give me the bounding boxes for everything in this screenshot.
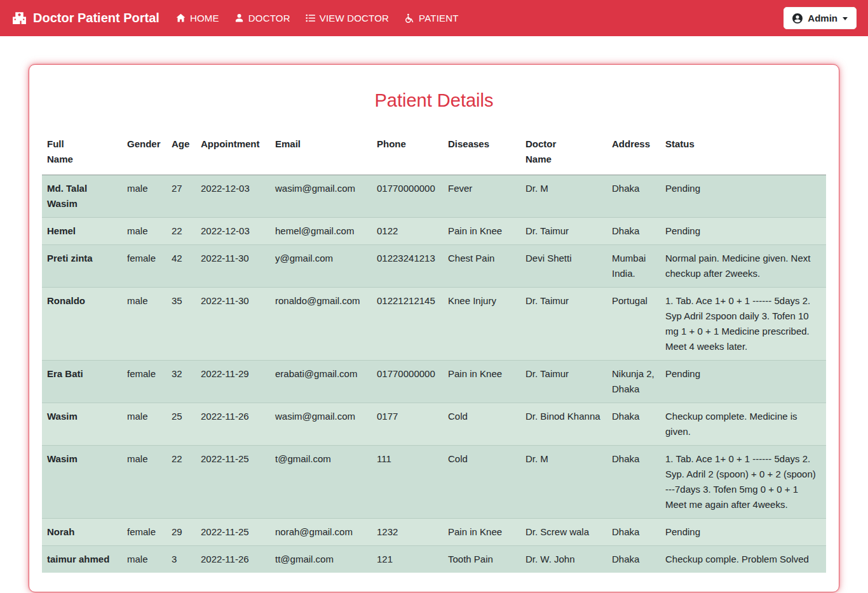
nav-item-label: PATIENT: [419, 13, 459, 23]
cell-age: 35: [166, 288, 196, 361]
header-full_name: Full Name: [42, 130, 122, 175]
table-row: Hemelmale222022-12-03hemel@gmail.com0122…: [42, 218, 826, 245]
cell-diseases: Pain in Knee: [443, 218, 520, 245]
cell-age: 22: [166, 218, 196, 245]
cell-address: Dhaka: [607, 175, 660, 218]
cell-status: 1. Tab. Ace 1+ 0 + 1 ------ 5days 2. Syp…: [660, 446, 826, 519]
cell-address: Nikunja 2, Dhaka: [607, 361, 660, 403]
header-doctor_name: Doctor Name: [520, 130, 607, 175]
cell-email: wasim@gmail.com: [270, 175, 372, 218]
header-appointment: Appointment: [196, 130, 270, 175]
nav-item-doctor[interactable]: DOCTOR: [234, 13, 290, 23]
cell-diseases: Knee Injury: [443, 288, 520, 361]
cell-status: Pending: [660, 175, 826, 218]
cell-age: 27: [166, 175, 196, 218]
cell-gender: male: [122, 218, 166, 245]
cell-diseases: Cold: [443, 446, 520, 519]
cell-age: 22: [166, 446, 196, 519]
cell-address: Dhaka: [607, 519, 660, 546]
table-row: Wasimmale222022-11-25t@gmail.com111ColdD…: [42, 446, 826, 519]
nav-item-label: DOCTOR: [248, 13, 290, 23]
cell-full_name: Norah: [42, 519, 122, 546]
home-icon: [176, 13, 186, 23]
patient-table-head: Full NameGenderAgeAppointmentEmailPhoneD…: [42, 130, 826, 175]
header-address: Address: [607, 130, 660, 175]
cell-appointment: 2022-11-30: [196, 245, 270, 288]
cell-appointment: 2022-11-30: [196, 288, 270, 361]
cell-full_name: Md. Talal Wasim: [42, 175, 122, 218]
cell-doctor_name: Dr. Binod Khanna: [520, 403, 607, 446]
cell-status: Pending: [660, 361, 826, 403]
person-icon: [234, 13, 244, 23]
caret-down-icon: [843, 17, 848, 20]
cell-appointment: 2022-11-26: [196, 403, 270, 446]
cell-email: hemel@gmail.com: [270, 218, 372, 245]
cell-phone: 01770000000: [372, 361, 443, 403]
cell-phone: 0122: [372, 218, 443, 245]
cell-gender: female: [122, 245, 166, 288]
cell-email: wasim@gmail.com: [270, 403, 372, 446]
cell-gender: male: [122, 403, 166, 446]
header-gender: Gender: [122, 130, 166, 175]
table-row: Era Batifemale322022-11-29erabati@gmail.…: [42, 361, 826, 403]
patient-details-card: Patient Details Full NameGenderAgeAppoin…: [29, 64, 839, 592]
cell-age: 32: [166, 361, 196, 403]
cell-age: 25: [166, 403, 196, 446]
cell-gender: male: [122, 446, 166, 519]
cell-address: Dhaka: [607, 218, 660, 245]
table-row: Wasimmale252022-11-26wasim@gmail.com0177…: [42, 403, 826, 446]
nav-item-patient[interactable]: PATIENT: [404, 13, 459, 23]
cell-doctor_name: Dr. Screw wala: [520, 519, 607, 546]
cell-age: 42: [166, 245, 196, 288]
cell-doctor_name: Dr. Taimur: [520, 361, 607, 403]
cell-full_name: Wasim: [42, 446, 122, 519]
cell-doctor_name: Dr. W. John: [520, 546, 607, 573]
cell-diseases: Chest Pain: [443, 245, 520, 288]
cell-email: tt@gmail.com: [270, 546, 372, 573]
cell-diseases: Pain in Knee: [443, 361, 520, 403]
cell-diseases: Cold: [443, 403, 520, 446]
cell-age: 3: [166, 546, 196, 573]
cell-appointment: 2022-11-25: [196, 446, 270, 519]
header-email: Email: [270, 130, 372, 175]
person-circle-icon: [792, 13, 803, 23]
table-row: taimur ahmedmale32022-11-26tt@gmail.com1…: [42, 546, 826, 573]
header-diseases: Diseases: [443, 130, 520, 175]
cell-doctor_name: Dr. M: [520, 175, 607, 218]
cell-email: y@gmail.com: [270, 245, 372, 288]
header-phone: Phone: [372, 130, 443, 175]
nav-item-label: VIEW DOCTOR: [320, 13, 389, 23]
cell-gender: female: [122, 519, 166, 546]
table-row: Norahfemale292022-11-25norah@gmail.com12…: [42, 519, 826, 546]
cell-appointment: 2022-12-03: [196, 218, 270, 245]
nav-item-label: HOME: [190, 13, 219, 23]
nav-links: HOME DOCTOR VIEW DOCTOR: [176, 13, 783, 23]
cell-email: ronaldo@gmail.com: [270, 288, 372, 361]
cell-email: norah@gmail.com: [270, 519, 372, 546]
cell-phone: 01221212145: [372, 288, 443, 361]
nav-item-home[interactable]: HOME: [176, 13, 219, 23]
cell-gender: male: [122, 175, 166, 218]
cell-address: Mumbai India.: [607, 245, 660, 288]
list-icon: [306, 13, 315, 23]
cell-diseases: Pain in Knee: [443, 519, 520, 546]
cell-gender: male: [122, 546, 166, 573]
cell-phone: 1232: [372, 519, 443, 546]
page-title: Patient Details: [42, 90, 826, 111]
cell-address: Dhaka: [607, 546, 660, 573]
nav-item-view-doctor[interactable]: VIEW DOCTOR: [306, 13, 389, 23]
cell-status: Checkup complete. Medicine is given.: [660, 403, 826, 446]
cell-doctor_name: Dr. M: [520, 446, 607, 519]
cell-status: Pending: [660, 519, 826, 546]
cell-status: 1. Tab. Ace 1+ 0 + 1 ------ 5days 2. Syp…: [660, 288, 826, 361]
cell-email: t@gmail.com: [270, 446, 372, 519]
brand[interactable]: Doctor Patient Portal: [11, 10, 159, 26]
admin-dropdown-button[interactable]: Admin: [783, 7, 857, 29]
cell-appointment: 2022-12-03: [196, 175, 270, 218]
cell-phone: 01770000000: [372, 175, 443, 218]
cell-full_name: Preti zinta: [42, 245, 122, 288]
patient-table-header-row: Full NameGenderAgeAppointmentEmailPhoneD…: [42, 130, 826, 175]
cell-gender: female: [122, 361, 166, 403]
cell-status: Normal pain. Medicine given. Next checku…: [660, 245, 826, 288]
cell-full_name: Hemel: [42, 218, 122, 245]
